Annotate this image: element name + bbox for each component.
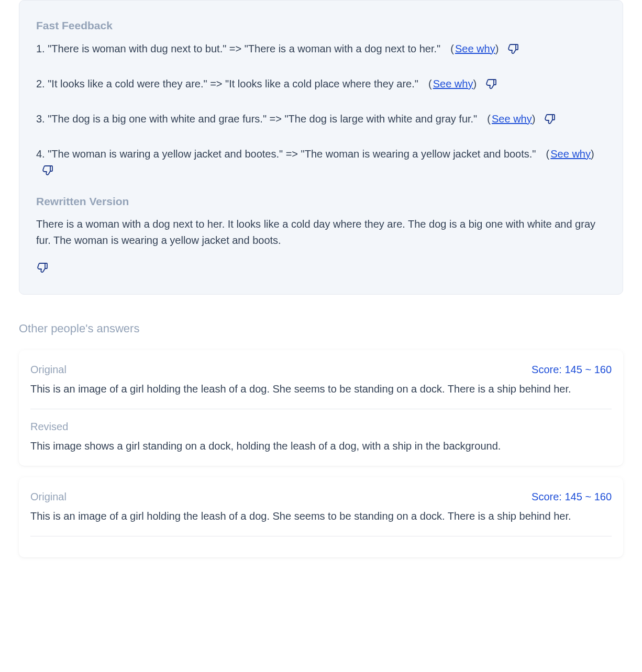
see-why-link[interactable]: See why <box>492 113 532 125</box>
feedback-item: 4. "The woman is waring a yellow jacket … <box>36 146 606 178</box>
feedback-item-text: "The woman is waring a yellow jacket and… <box>48 148 536 160</box>
feedback-item: 1. "There is woman with dug next to but.… <box>36 41 606 57</box>
feedback-item-number: 2. <box>36 78 45 89</box>
feedback-item: 3. "The dog is a big one with white and … <box>36 111 606 127</box>
revised-label: Revised <box>30 419 612 435</box>
answer-card: Original Score: 145 ~ 160 This is an ima… <box>19 350 623 466</box>
feedback-item-number: 3. <box>36 113 45 125</box>
see-why-link[interactable]: See why <box>550 148 591 160</box>
thumbs-down-icon[interactable] <box>544 113 556 126</box>
fast-feedback-title: Fast Feedback <box>36 17 606 35</box>
feedback-item-text: "The dog is a big one with white and gra… <box>48 113 477 125</box>
revised-text: This image shows a girl standing on a do… <box>30 438 612 454</box>
divider <box>30 536 612 536</box>
score-badge: Score: 145 ~ 160 <box>532 362 612 378</box>
thumbs-down-icon[interactable] <box>41 164 54 177</box>
original-label: Original <box>30 362 67 378</box>
other-answers-title: Other people's answers <box>19 320 623 338</box>
feedback-item-number: 4. <box>36 148 45 160</box>
rewritten-title: Rewritten Version <box>36 193 606 210</box>
thumbs-down-icon[interactable] <box>507 43 519 55</box>
rewritten-text: There is a woman with a dog next to her.… <box>36 216 606 249</box>
original-label: Original <box>30 489 67 505</box>
answer-card: Original Score: 145 ~ 160 This is an ima… <box>19 477 623 557</box>
thumbs-down-icon[interactable] <box>485 78 497 91</box>
original-text: This is an image of a girl holding the l… <box>30 508 612 524</box>
see-why-link[interactable]: See why <box>433 78 473 89</box>
divider <box>30 409 612 409</box>
fast-feedback-card: Fast Feedback 1. "There is woman with du… <box>19 0 623 295</box>
score-badge: Score: 145 ~ 160 <box>532 489 612 505</box>
original-text: This is an image of a girl holding the l… <box>30 381 612 397</box>
feedback-item-number: 1. <box>36 43 45 54</box>
see-why-link[interactable]: See why <box>455 43 495 54</box>
feedback-item-text: "There is woman with dug next to but." =… <box>48 43 440 54</box>
feedback-item: 2. "It looks like a cold were they are."… <box>36 76 606 92</box>
feedback-item-text: "It looks like a cold were they are." =>… <box>48 78 418 89</box>
thumbs-down-icon[interactable] <box>36 262 49 274</box>
